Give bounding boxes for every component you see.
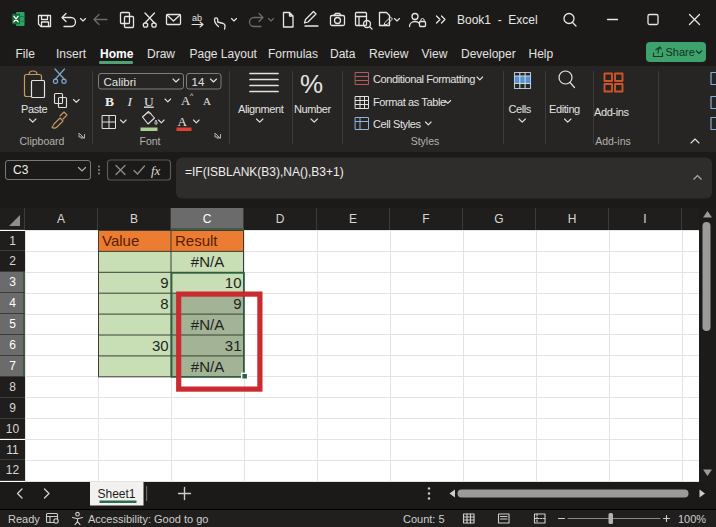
svg-text:31: 31 [225, 337, 242, 354]
svg-text:#N/A: #N/A [191, 253, 224, 270]
svg-text:Value: Value [102, 232, 139, 249]
svg-text:#N/A: #N/A [191, 358, 224, 375]
svg-text:#N/A: #N/A [191, 316, 224, 333]
svg-text:9: 9 [233, 295, 241, 312]
svg-text:9: 9 [160, 274, 168, 291]
svg-text:Result: Result [175, 232, 218, 249]
svg-text:30: 30 [152, 337, 169, 354]
svg-text:8: 8 [160, 295, 168, 312]
svg-text:10: 10 [225, 274, 242, 291]
svg-text:Sheet1: Sheet1 [97, 487, 135, 501]
